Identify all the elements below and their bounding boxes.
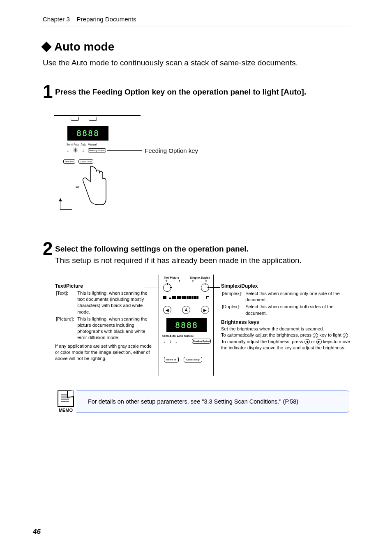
- connector-icon: [71, 117, 79, 121]
- section-title: Auto mode: [43, 40, 114, 53]
- corner-icon: [60, 201, 72, 210]
- leader-line: [210, 287, 220, 288]
- annotation-text-picture: Text/Picture [Text]: This is lighting, w…: [55, 283, 156, 362]
- arrow-down-icon: ↓: [67, 148, 69, 153]
- simplex-desc: Select this when scanning only one side …: [245, 291, 356, 303]
- hand-pointer-icon: [79, 165, 108, 206]
- simplex-duplex-dial: [201, 284, 209, 292]
- chapter-label: Chapter 3: [43, 16, 70, 23]
- brightness-line1: Set the brightness when the document is …: [221, 326, 357, 332]
- lcd-display: 8888: [166, 318, 207, 332]
- mode-labels: Semi-Auto Auto Manual: [162, 335, 194, 337]
- picture-label: [Picture]:: [56, 316, 76, 341]
- leader-line: [107, 150, 142, 151]
- header-rule: [43, 26, 351, 26]
- step-1: 1 Press the Feeding Option key on the op…: [43, 86, 306, 98]
- leader-line: [214, 310, 220, 310]
- page-number: 46: [33, 528, 41, 536]
- section-title-text: Auto mode: [54, 40, 114, 53]
- mode-arrows: ↓ ✳ ↓ Feeding Option: [67, 146, 106, 154]
- empty-square-icon: [206, 296, 209, 299]
- arrow-down-icon: ↓: [175, 339, 178, 344]
- panel-buttons: New File Count Only: [164, 357, 202, 362]
- text-picture-title: Text/Picture: [55, 283, 156, 289]
- text-picture-note: If any applications are set with gray sc…: [55, 343, 156, 362]
- brightness-keys: ◀ A ▶: [159, 306, 213, 314]
- left-key-icon: ◀: [304, 339, 310, 344]
- figure-panel-2: Text/Picture [Text]: This is lighting, w…: [55, 275, 351, 381]
- duplex-label: [Duplex]:: [222, 304, 244, 316]
- simplex-duplex-table: [Simplex]: Select this when scanning onl…: [221, 290, 357, 318]
- simplex-label: [Simplex]:: [222, 291, 244, 303]
- step-heading: Select the following settings on the ope…: [55, 243, 302, 255]
- operation-panel: Text Picture Simplex Duplex ◀ A ▶ 8888 S…: [159, 275, 214, 376]
- diamond-icon: [41, 42, 51, 52]
- memo-label: MEMO: [59, 408, 73, 413]
- left-arrow-button: ◀: [163, 306, 171, 314]
- auto-indicator-icon: ✳: [73, 146, 78, 154]
- feeding-option-button: Feeding Option: [88, 148, 106, 152]
- right-arrow-button: ▶: [201, 306, 209, 314]
- step-2: 2 Select the following settings on the o…: [43, 243, 302, 266]
- step-description: This setup is not required if it has alr…: [55, 255, 302, 266]
- chapter-title: Preparing Documents: [77, 16, 136, 23]
- section-intro: Use the Auto mode to continuously scan a…: [43, 58, 298, 67]
- duplex-desc: Select this when scanning both sides of …: [245, 304, 356, 316]
- feeding-option-callout: Feeding Option key: [145, 147, 198, 154]
- text-desc: This is lighting, when scanning the text…: [77, 290, 155, 315]
- a-key-icon: A: [343, 333, 348, 338]
- count-only-button: Count Only: [184, 357, 202, 362]
- memo-text: For details on other setup parameters, s…: [81, 390, 349, 413]
- step-number: 2: [43, 238, 53, 259]
- memo-box: ✎ MEMO For details on other setup parame…: [55, 390, 349, 413]
- indicator-dots: [159, 280, 213, 282]
- page-header: Chapter 3 Preparing Documents: [43, 16, 351, 26]
- count-only-button: Count Only: [78, 159, 93, 164]
- figure-panel-1: 8888 Semi-Auto Auto Manual ↓ ✳ ↓ Feeding…: [54, 115, 141, 210]
- new-file-button: New File: [164, 357, 179, 362]
- new-file-button: New File: [63, 159, 75, 164]
- memo-icon: ✎ MEMO: [55, 390, 76, 413]
- leader-line: [143, 288, 159, 288]
- lcd-display: 8888: [67, 126, 108, 141]
- arrow-down-icon: ↓: [169, 339, 172, 344]
- a-key-icon: A: [313, 333, 318, 338]
- right-key-icon: ▶: [316, 339, 322, 344]
- connector-icon: [89, 117, 97, 121]
- top-labels: Text Picture Simplex Duplex: [159, 276, 213, 279]
- arrow-down-icon: ↓: [163, 339, 166, 344]
- picture-desc: This is lighting, when scanning the pict…: [77, 316, 155, 341]
- step-heading: Press the Feeding Option key on the oper…: [55, 86, 306, 98]
- text-label: [Text]:: [56, 290, 76, 315]
- step-number: 1: [43, 81, 53, 102]
- arrow-down-icon: ↓: [82, 148, 84, 153]
- brightness-keys-title: Brightness keys: [221, 319, 357, 326]
- panel-buttons: New File Count Only: [63, 159, 93, 164]
- a-button: A: [182, 306, 190, 314]
- filled-square-icon: [163, 296, 166, 299]
- dial-row: [159, 284, 213, 292]
- cl-label: C/: [76, 185, 79, 189]
- brightness-line2: To automatically adjust the brightness, …: [221, 332, 357, 338]
- mode-arrows: ↓ ↓ ↓: [163, 339, 178, 344]
- text-picture-dial: [163, 284, 171, 292]
- annotation-right: Simplex/Duplex [Simplex]: Select this wh…: [221, 283, 357, 351]
- feeding-option-button: Feeding Option: [192, 339, 211, 344]
- mode-labels: Semi-Auto Auto Manual: [67, 143, 97, 146]
- text-picture-table: [Text]: This is lighting, when scanning …: [55, 289, 156, 342]
- simplex-duplex-title: Simplex/Duplex: [221, 283, 357, 290]
- brightness-bar: [159, 296, 213, 299]
- brightness-line3: To manually adjust the brightness, press…: [221, 339, 357, 351]
